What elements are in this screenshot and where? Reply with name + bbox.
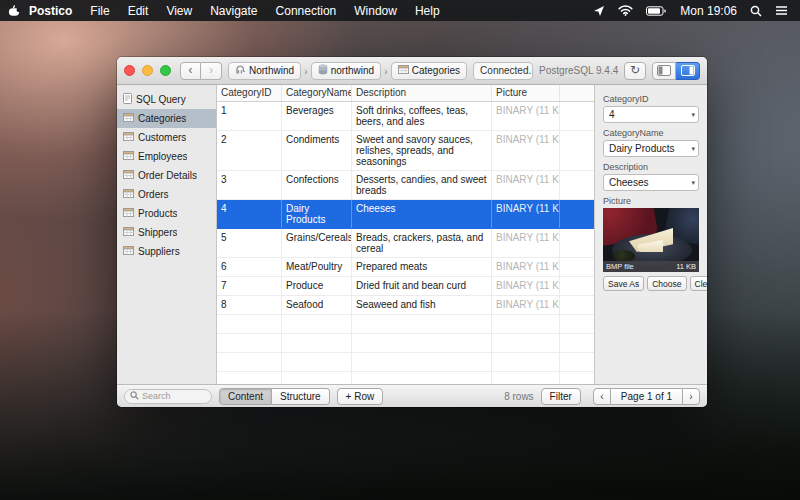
field-label-picture: Picture <box>603 196 699 206</box>
sidebar-item-shippers[interactable]: Shippers <box>117 223 216 242</box>
sidebar-item-suppliers[interactable]: Suppliers <box>117 242 216 261</box>
picture-file-info: BMP file 11 KB <box>603 261 699 272</box>
column-header-filler <box>560 85 594 101</box>
cell-picture: BINARY (11 KB) <box>492 102 560 130</box>
table-row[interactable]: 1 Beverages Soft drinks, coffees, teas, … <box>217 102 594 131</box>
filter-button[interactable]: Filter <box>541 388 581 405</box>
cell-categoryid: 4 <box>217 200 282 228</box>
sidebar-item-sql-query[interactable]: SQL Query <box>117 90 216 109</box>
menu-item-window[interactable]: Window <box>345 4 406 18</box>
cell-categoryname: Beverages <box>282 102 352 130</box>
cell-categoryid: 1 <box>217 102 282 130</box>
tab-structure[interactable]: Structure <box>272 388 330 405</box>
sidebar-item-order-details[interactable]: Order Details <box>117 166 216 185</box>
table-row[interactable]: 8 Seafood Seaweed and fish BINARY (11 KB… <box>217 296 594 315</box>
column-header-picture[interactable]: Picture <box>492 85 560 101</box>
menu-item-view[interactable]: View <box>157 4 201 18</box>
cell-description: Prepared meats <box>352 258 492 276</box>
categoryname-combobox[interactable]: Dairy Products ▾ <box>603 140 699 157</box>
sidebar-item-products[interactable]: Products <box>117 204 216 223</box>
clear-button[interactable]: Clear <box>690 276 708 291</box>
next-page-button[interactable]: › <box>682 388 700 405</box>
cell-picture: BINARY (11 KB) <box>492 296 560 314</box>
sidebar-search-field[interactable] <box>124 389 212 404</box>
table-row[interactable]: 5 Grains/Cereals Breads, crackers, pasta… <box>217 229 594 258</box>
wifi-icon[interactable] <box>618 5 633 16</box>
categoryname-value: Dairy Products <box>609 143 675 154</box>
cell-picture: BINARY (11 KB) <box>492 131 560 170</box>
sidebar-item-employees[interactable]: Employees <box>117 147 216 166</box>
page-indicator: Page 1 of 1 <box>611 388 682 405</box>
table-row[interactable]: 7 Produce Dried fruit and bean curd BINA… <box>217 277 594 296</box>
window-bottom-bar: Content Structure + Row 8 rows Filter ‹ … <box>117 384 707 407</box>
breadcrumb-table[interactable]: Categories <box>391 62 467 80</box>
column-header-description[interactable]: Description <box>352 85 492 101</box>
cell-categoryname: Condiments <box>282 131 352 170</box>
table-row-selected[interactable]: 4 Dairy Products Cheeses BINARY (11 KB) <box>217 200 594 229</box>
table-row[interactable]: 2 Condiments Sweet and savory sauces, re… <box>217 131 594 171</box>
sidebar-item-customers[interactable]: Customers <box>117 128 216 147</box>
save-as-button[interactable]: Save As <box>603 276 644 291</box>
table-icon <box>123 113 134 124</box>
cell-filler <box>560 171 594 199</box>
elephant-icon <box>235 64 246 77</box>
menu-item-file[interactable]: File <box>81 4 118 18</box>
cell-categoryid: 3 <box>217 171 282 199</box>
zoom-window-button[interactable] <box>160 65 171 76</box>
menu-app-name[interactable]: Postico <box>20 4 81 18</box>
notification-center-icon[interactable] <box>775 5 788 16</box>
apple-icon[interactable] <box>8 4 20 17</box>
menu-item-navigate[interactable]: Navigate <box>201 4 266 18</box>
breadcrumb-connection[interactable]: Northwind <box>228 62 301 80</box>
cell-filler <box>560 102 594 130</box>
cell-categoryname: Confections <box>282 171 352 199</box>
minimize-window-button[interactable] <box>142 65 153 76</box>
toggle-right-sidebar-button[interactable] <box>676 62 700 80</box>
panel-toggles <box>652 62 700 80</box>
sidebar-item-label: Order Details <box>138 170 197 181</box>
table-row[interactable]: 6 Meat/Poultry Prepared meats BINARY (11… <box>217 258 594 277</box>
airdrop-send-icon[interactable] <box>593 5 605 17</box>
choose-button[interactable]: Choose <box>647 276 686 291</box>
column-header-categoryid[interactable]: CategoryID <box>217 85 282 101</box>
menu-item-help[interactable]: Help <box>406 4 449 18</box>
cell-description: Soft drinks, coffees, teas, beers, and a… <box>352 102 492 130</box>
tab-content[interactable]: Content <box>219 388 272 405</box>
breadcrumb-connection-label: Northwind <box>249 65 294 76</box>
cell-picture: BINARY (11 KB) <box>492 277 560 295</box>
menu-item-connection[interactable]: Connection <box>267 4 346 18</box>
menu-clock[interactable]: Mon 19:06 <box>680 4 737 18</box>
cell-filler <box>560 258 594 276</box>
previous-page-button[interactable]: ‹ <box>593 388 611 405</box>
row-count-label: 8 rows <box>504 391 533 402</box>
cell-description: Breads, crackers, pasta, and cereal <box>352 229 492 257</box>
column-header-categoryname[interactable]: CategoryName <box>282 85 352 101</box>
search-input[interactable] <box>142 391 200 401</box>
window-content: SQL Query Categories Customers <box>117 85 707 384</box>
sidebar-item-categories[interactable]: Categories <box>117 109 216 128</box>
back-button[interactable]: ‹ <box>180 62 201 80</box>
grid-empty-area <box>217 315 594 384</box>
cell-categoryid: 7 <box>217 277 282 295</box>
sidebar-item-label: SQL Query <box>136 94 186 105</box>
description-combobox[interactable]: Cheeses ▾ <box>603 174 699 191</box>
cell-picture: BINARY (11 KB) <box>492 229 560 257</box>
history-nav: ‹ › <box>180 62 222 80</box>
add-row-button[interactable]: + Row <box>337 388 384 405</box>
picture-thumbnail[interactable]: BMP file 11 KB <box>603 208 699 272</box>
toggle-left-sidebar-button[interactable] <box>652 62 676 80</box>
categoryid-combobox[interactable]: 4 ▾ <box>603 106 699 123</box>
field-label-categoryname: CategoryName <box>603 128 699 138</box>
traffic-lights <box>124 65 171 76</box>
table-row[interactable]: 3 Confections Desserts, candies, and swe… <box>217 171 594 200</box>
menu-item-edit[interactable]: Edit <box>119 4 158 18</box>
sidebar-item-orders[interactable]: Orders <box>117 185 216 204</box>
spotlight-search-icon[interactable] <box>750 5 762 17</box>
forward-button[interactable]: › <box>201 62 222 80</box>
close-window-button[interactable] <box>124 65 135 76</box>
battery-icon[interactable] <box>646 6 667 16</box>
cell-filler <box>560 131 594 170</box>
refresh-button[interactable]: ↻ <box>624 62 646 80</box>
cell-filler <box>560 296 594 314</box>
breadcrumb-database[interactable]: northwind <box>311 62 381 80</box>
